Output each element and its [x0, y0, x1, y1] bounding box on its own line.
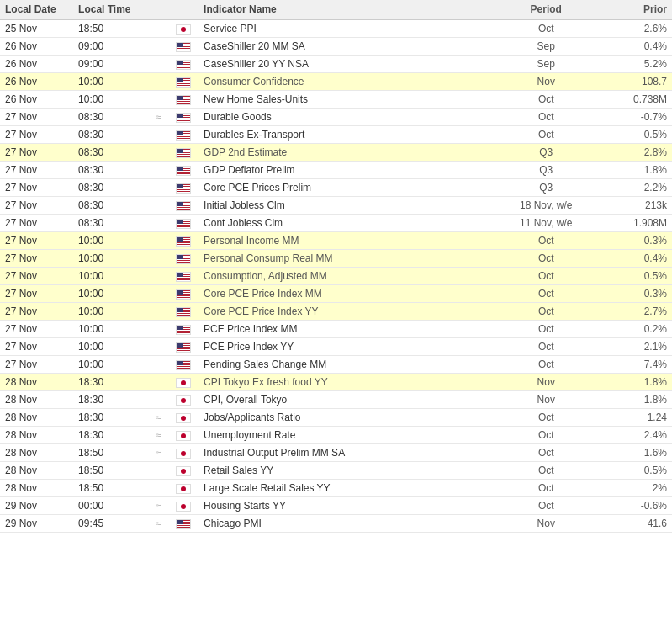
cell-indicator-name[interactable]: Durables Ex-Transport: [198, 126, 500, 144]
cell-indicator-name[interactable]: CPI Tokyo Ex fresh food YY: [198, 374, 500, 391]
cell-prior: 1.6%: [591, 444, 672, 462]
cell-indicator-name[interactable]: Durable Goods: [198, 109, 500, 126]
cell-time: 00:00: [73, 497, 148, 515]
cell-date: 25 Nov: [0, 19, 73, 38]
table-row: 26 Nov10:00Consumer ConfidenceNov108.7: [0, 73, 672, 91]
table-row: 25 Nov18:50Service PPIOct2.6%: [0, 19, 672, 38]
flag-us-icon: [176, 77, 191, 88]
table-row: 27 Nov10:00Core PCE Price Index YYOct2.7…: [0, 303, 672, 321]
cell-date: 28 Nov: [0, 444, 73, 462]
flag-us-icon: [176, 166, 191, 176]
cell-indicator-name[interactable]: Core PCE Price Index YY: [198, 303, 500, 321]
header-indicator-name: Indicator Name: [198, 0, 500, 19]
cell-indicator-name[interactable]: Jobs/Applicants Ratio: [198, 409, 500, 427]
cell-date: 27 Nov: [0, 303, 73, 321]
table-row: 27 Nov08:30GDP Deflator PrelimQ31.8%: [0, 162, 672, 179]
flag-us-icon: [176, 60, 191, 70]
cell-time: 10:00: [73, 73, 148, 91]
cell-indicator-name[interactable]: Service PPI: [198, 19, 500, 38]
cell-tentative: [148, 462, 168, 480]
flag-us-icon: [176, 325, 191, 335]
cell-indicator-name[interactable]: Consumption, Adjusted MM: [198, 268, 500, 285]
cell-indicator-name[interactable]: Unemployment Rate: [198, 427, 500, 444]
cell-flag: [168, 338, 198, 356]
cell-date: 27 Nov: [0, 285, 73, 303]
flag-us-icon: [176, 183, 191, 194]
cell-date: 26 Nov: [0, 91, 73, 109]
cell-flag: [168, 215, 198, 232]
cell-indicator-name[interactable]: Core PCE Prices Prelim: [198, 179, 500, 197]
cell-indicator-name[interactable]: CaseShiller 20 YY NSA: [198, 56, 500, 73]
table-row: 27 Nov10:00PCE Price Index YYOct2.1%: [0, 338, 672, 356]
table-row: 27 Nov10:00Pending Sales Change MMOct7.4…: [0, 356, 672, 374]
cell-indicator-name[interactable]: CPI, Overall Tokyo: [198, 391, 500, 409]
cell-flag: [168, 391, 198, 409]
cell-indicator-name[interactable]: Cont Jobless Clm: [198, 215, 500, 232]
cell-flag: [168, 73, 198, 91]
cell-indicator-name[interactable]: CaseShiller 20 MM SA: [198, 38, 500, 56]
cell-tentative: ≈: [148, 427, 168, 444]
flag-japan-icon: [176, 484, 191, 494]
cell-indicator-name[interactable]: Consumer Confidence: [198, 73, 500, 91]
cell-period: Q3: [500, 179, 591, 197]
flag-japan-icon: [176, 378, 191, 388]
flag-us-icon: [176, 95, 191, 105]
cell-flag: [168, 232, 198, 250]
cell-tentative: [148, 126, 168, 144]
flag-us-icon: [176, 201, 191, 211]
cell-indicator-name[interactable]: PCE Price Index YY: [198, 338, 500, 356]
flag-us-icon: [176, 236, 191, 247]
cell-tentative: [148, 19, 168, 38]
cell-tentative: [148, 38, 168, 56]
cell-date: 26 Nov: [0, 73, 73, 91]
cell-indicator-name[interactable]: GDP Deflator Prelim: [198, 162, 500, 179]
cell-indicator-name[interactable]: Retail Sales YY: [198, 462, 500, 480]
cell-flag: [168, 462, 198, 480]
cell-period: Oct: [500, 232, 591, 250]
cell-tentative: [148, 391, 168, 409]
cell-flag: [168, 91, 198, 109]
cell-tentative: [148, 73, 168, 91]
cell-date: 27 Nov: [0, 144, 73, 162]
cell-flag: [168, 56, 198, 73]
table-row: 27 Nov10:00Core PCE Price Index MMOct0.3…: [0, 285, 672, 303]
cell-prior: 213k: [591, 197, 672, 215]
cell-time: 08:30: [73, 126, 148, 144]
cell-time: 18:50: [73, 444, 148, 462]
cell-indicator-name[interactable]: Industrial Output Prelim MM SA: [198, 444, 500, 462]
cell-period: Oct: [500, 303, 591, 321]
cell-tentative: [148, 303, 168, 321]
cell-indicator-name[interactable]: GDP 2nd Estimate: [198, 144, 500, 162]
cell-time: 10:00: [73, 91, 148, 109]
cell-indicator-name[interactable]: Pending Sales Change MM: [198, 356, 500, 374]
cell-period: Oct: [500, 126, 591, 144]
cell-indicator-name[interactable]: PCE Price Index MM: [198, 321, 500, 338]
cell-prior: 1.908M: [591, 215, 672, 232]
cell-tentative: [148, 338, 168, 356]
cell-indicator-name[interactable]: Personal Consump Real MM: [198, 250, 500, 268]
cell-date: 27 Nov: [0, 321, 73, 338]
flag-japan-icon: [176, 24, 191, 35]
cell-flag: [168, 179, 198, 197]
flag-us-icon: [176, 42, 191, 52]
header-time: Local Time: [73, 0, 148, 19]
cell-period: Oct: [500, 321, 591, 338]
table-row: 26 Nov09:00CaseShiller 20 YY NSASep5.2%: [0, 56, 672, 73]
cell-date: 27 Nov: [0, 356, 73, 374]
cell-period: Oct: [500, 338, 591, 356]
cell-indicator-name[interactable]: Initial Jobless Clm: [198, 197, 500, 215]
cell-time: 10:00: [73, 285, 148, 303]
cell-prior: 0.5%: [591, 268, 672, 285]
cell-indicator-name[interactable]: Core PCE Price Index MM: [198, 285, 500, 303]
cell-indicator-name[interactable]: Large Scale Retail Sales YY: [198, 480, 500, 497]
cell-flag: [168, 497, 198, 515]
cell-indicator-name[interactable]: Housing Starts YY: [198, 497, 500, 515]
cell-flag: [168, 480, 198, 497]
cell-prior: 0.2%: [591, 321, 672, 338]
cell-indicator-name[interactable]: New Home Sales-Units: [198, 91, 500, 109]
cell-indicator-name[interactable]: Personal Income MM: [198, 232, 500, 250]
cell-tentative: [148, 232, 168, 250]
cell-indicator-name[interactable]: Chicago PMI: [198, 515, 500, 533]
cell-prior: 1.8%: [591, 162, 672, 179]
cell-period: Oct: [500, 427, 591, 444]
